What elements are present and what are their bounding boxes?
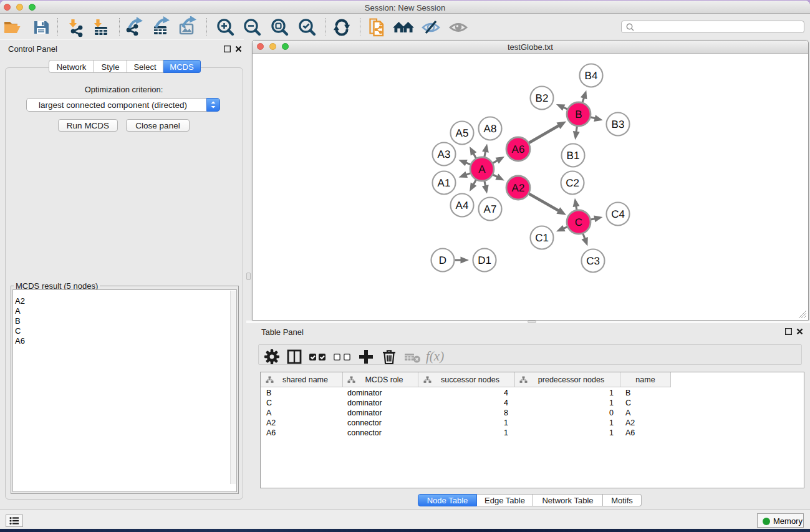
- svg-text:A7: A7: [484, 203, 497, 215]
- svg-text:A1: A1: [438, 177, 451, 189]
- svg-text:A5: A5: [456, 127, 469, 139]
- svg-text:D1: D1: [478, 254, 491, 266]
- svg-text:A2: A2: [512, 182, 525, 194]
- svg-text:D: D: [439, 254, 446, 266]
- svg-text:B2: B2: [536, 92, 549, 104]
- svg-text:C1: C1: [535, 232, 549, 244]
- svg-text:A3: A3: [438, 148, 451, 160]
- svg-text:A: A: [478, 163, 486, 175]
- svg-text:C4: C4: [611, 208, 625, 220]
- svg-text:B1: B1: [567, 150, 580, 162]
- svg-text:f(x): f(x): [426, 349, 444, 364]
- svg-text:A6: A6: [512, 143, 525, 155]
- svg-text:C3: C3: [586, 255, 600, 267]
- svg-text:C2: C2: [566, 177, 579, 189]
- svg-text:B3: B3: [612, 118, 625, 130]
- svg-text:B: B: [575, 109, 582, 120]
- svg-text:C: C: [575, 216, 582, 228]
- svg-text:A4: A4: [456, 200, 469, 211]
- svg-text:B4: B4: [585, 70, 598, 82]
- svg-text:A8: A8: [484, 123, 497, 135]
